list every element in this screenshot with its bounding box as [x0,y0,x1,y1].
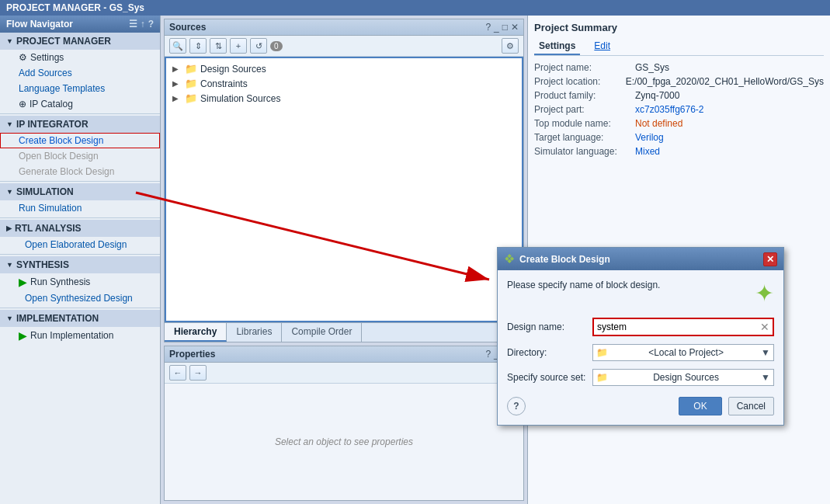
minimize-icon[interactable]: _ [494,22,499,33]
help-button[interactable]: ? [507,397,526,415]
tree-arrow-design: ▶ [172,64,182,73]
tree-item-constraints[interactable]: ▶ 📁 Constraints [169,76,519,91]
clear-icon[interactable]: ✕ [760,321,769,333]
sidebar-item-language-templates[interactable]: Language Templates [0,81,160,96]
tab-compile-order[interactable]: Compile Order [282,323,362,342]
collapse-all-button[interactable]: ⇕ [189,38,207,54]
dialog-desc-text: Please specify name of block design. [507,280,755,290]
summary-tabs: Settings Edit [534,38,824,56]
project-manager-header[interactable]: ▼ PROJECT MANAGER [0,33,160,50]
tree-arrow-constraints: ▶ [172,79,182,88]
value-simulator-language[interactable]: Mixed [635,146,824,157]
tab-edit-summary[interactable]: Edit [589,38,615,55]
search-button[interactable]: 🔍 [169,38,186,54]
open-block-design-label: Open Block Design [19,151,99,162]
tab-libraries[interactable]: Libraries [227,323,282,342]
directory-select[interactable]: 📁 <Local to Project> ▼ [592,344,774,361]
dialog-buttons: OK Cancel [679,397,774,415]
badge-count: 0 [270,41,283,51]
summary-row-top-module: Top module name: Not defined [534,118,824,129]
simulation-label: SIMULATION [16,186,74,197]
tree-item-design-sources[interactable]: ▶ 📁 Design Sources [169,61,519,76]
sidebar-item-add-sources[interactable]: Add Sources [0,65,160,81]
directory-value: <Local to Project> [648,347,724,358]
nav-icon-2[interactable]: ↑ [141,19,145,30]
sidebar-item-open-elaborated-design[interactable]: Open Elaborated Design [0,237,160,252]
ip-integrator-header[interactable]: ▼ IP INTEGRATOR [0,116,160,133]
sidebar-item-create-block-design[interactable]: Create Block Design [0,133,160,148]
sidebar-item-run-simulation[interactable]: Run Simulation [0,200,160,216]
restore-icon[interactable]: □ [502,22,508,33]
summary-row-product-family: Product family: Zynq-7000 [534,90,824,101]
expand-all-button[interactable]: ⇅ [210,38,227,54]
design-sources-label: Design Sources [200,64,266,75]
tab-hierarchy[interactable]: Hierarchy [165,323,227,342]
create-block-design-label: Create Block Design [19,135,103,146]
sources-tree: ▶ 📁 Design Sources ▶ 📁 Constraints ▶ 📁 S… [165,57,523,322]
label-target-language: Target language: [534,132,635,143]
play-icon: ▶ [19,276,27,288]
value-project-part[interactable]: xc7z035ffg676-2 [635,104,824,115]
simulation-header[interactable]: ▼ SIMULATION [0,183,160,200]
synthesis-label: SYNTHESIS [16,259,69,270]
properties-toolbar: ← → ⚙ [165,363,523,384]
sidebar-item-run-synthesis[interactable]: ▶ Run Synthesis [0,273,160,290]
summary-row-project-part: Project part: xc7z035ffg676-2 [534,104,824,115]
sources-tabs: Hierarchy Libraries Compile Order [165,322,523,342]
synthesis-header[interactable]: ▼ SYNTHESIS [0,256,160,273]
generate-block-design-label: Generate Block Design [19,166,114,177]
rtl-analysis-label: RTL ANALYSIS [15,223,82,234]
value-target-language[interactable]: Verilog [635,132,824,143]
source-set-label: Specify source set: [507,372,592,383]
folder-icon-src: 📁 [596,372,608,383]
label-top-module: Top module name: [534,118,635,129]
folder-icon-3: 📁 [185,92,197,104]
play-icon-2: ▶ [19,329,27,342]
ok-button[interactable]: OK [679,397,721,415]
dialog-close-button[interactable]: ✕ [763,252,777,266]
cancel-button[interactable]: Cancel [728,397,774,415]
dialog-titlebar: ❖ Create Block Design ✕ [498,248,783,270]
nav-header-title: Flow Navigator [6,19,73,30]
sidebar-item-run-implementation[interactable]: ▶ Run Implementation [0,327,160,344]
question-icon[interactable]: ? [485,22,491,33]
tab-settings-summary[interactable]: Settings [534,38,580,55]
vivado-logo-icon: ✦ [755,280,774,307]
ip-catalog-label: IP Catalog [30,99,73,109]
sidebar-item-generate-block-design: Generate Block Design [0,164,160,179]
gear-icon: ⚙ [19,52,27,63]
refresh-button[interactable]: ↺ [250,38,267,54]
nav-icon-1[interactable]: ☰ [129,19,137,30]
dialog-body: Please specify name of block design. ✦ D… [498,270,783,425]
summary-row-target-language: Target language: Verilog [534,132,824,143]
chevron-down-icon: ▼ [6,37,13,45]
nav-icon-3[interactable]: ? [148,19,154,30]
dialog-field-source-set: Specify source set: 📁 Design Sources ▼ [507,369,774,386]
tree-item-simulation-sources[interactable]: ▶ 📁 Simulation Sources [169,91,519,106]
close-icon[interactable]: ✕ [511,22,519,33]
implementation-header[interactable]: ▼ IMPLEMENTATION [0,310,160,327]
language-templates-label: Language Templates [19,83,105,94]
design-name-label: Design name: [507,322,592,332]
folder-icon-2: 📁 [185,78,197,89]
rtl-analysis-header[interactable]: ▶ RTL ANALYSIS [0,220,160,237]
forward-button[interactable]: → [189,365,207,381]
design-name-input[interactable] [597,322,760,332]
question-icon-2[interactable]: ? [485,349,491,360]
dialog-field-directory: Directory: 📁 <Local to Project> ▼ [507,344,774,361]
add-source-button[interactable]: + [230,38,247,54]
sidebar-item-ip-catalog[interactable]: ⊕ IP Catalog [0,96,160,112]
sidebar-item-settings[interactable]: ⚙ Settings [0,50,160,65]
dialog-vivado-icon: ❖ [504,252,515,266]
label-project-part: Project part: [534,104,635,115]
tree-arrow-simulation: ▶ [172,94,182,103]
settings-button[interactable]: ⚙ [502,38,519,54]
project-summary-title: Project Summary [534,22,824,33]
sources-toolbar: 🔍 ⇕ ⇅ + ↺ 0 ⚙ [165,36,523,57]
properties-empty-text: Select an object to see properties [275,436,413,447]
sidebar-item-open-synthesized-design[interactable]: Open Synthesized Design [0,290,160,306]
source-set-select[interactable]: 📁 Design Sources ▼ [592,369,774,386]
section-ip-integrator: ▼ IP INTEGRATOR Create Block Design Open… [0,116,160,179]
back-button[interactable]: ← [169,365,186,381]
implementation-label: IMPLEMENTATION [16,313,99,324]
